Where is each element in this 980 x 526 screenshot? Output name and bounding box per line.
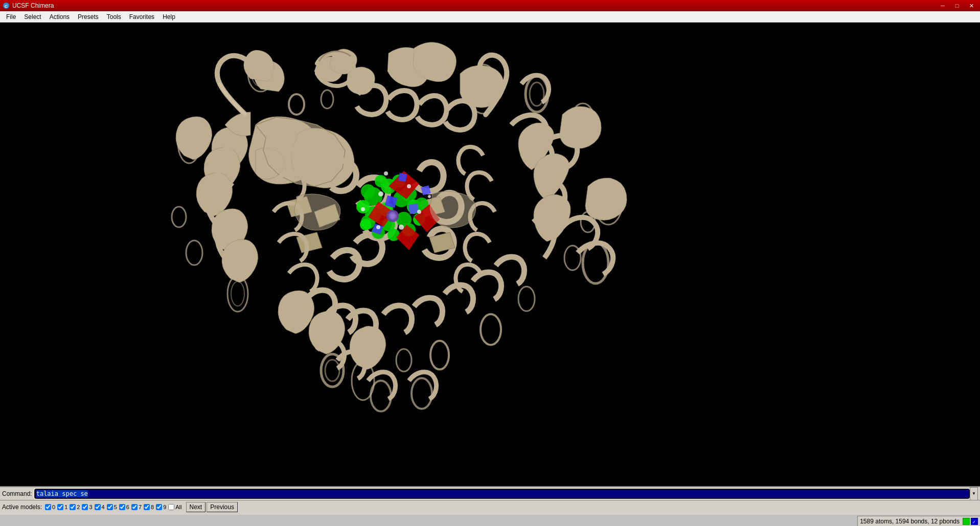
active-models-label: Active models: bbox=[2, 503, 42, 511]
svg-point-37 bbox=[356, 200, 370, 213]
status-bar: 1589 atoms, 1594 bonds, 12 pbonds ✓ bbox=[857, 516, 980, 526]
title-text: UCSF Chimera bbox=[12, 2, 54, 9]
viewport[interactable] bbox=[0, 23, 980, 486]
svg-point-53 bbox=[390, 213, 395, 218]
svg-point-56 bbox=[417, 210, 421, 214]
active-models-row: Active models: 0 1 2 3 4 5 6 7 8 bbox=[0, 500, 980, 514]
svg-point-59 bbox=[361, 207, 365, 211]
title-bar-controls: ─ □ ✕ bbox=[936, 1, 978, 10]
svg-point-54 bbox=[378, 191, 383, 196]
minimize-button[interactable]: ─ bbox=[936, 1, 949, 10]
svg-point-61 bbox=[428, 195, 431, 198]
menu-presets[interactable]: Presets bbox=[74, 12, 103, 21]
svg-text:✓: ✓ bbox=[972, 520, 976, 524]
status-icons: ✓ bbox=[963, 518, 978, 525]
svg-point-58 bbox=[376, 225, 380, 229]
close-button[interactable]: ✕ bbox=[965, 1, 978, 10]
next-button[interactable]: Next bbox=[186, 502, 206, 512]
menu-tools[interactable]: Tools bbox=[103, 12, 125, 21]
svg-point-45 bbox=[360, 219, 371, 230]
command-row: Command: ▼ bbox=[0, 487, 980, 500]
menu-select[interactable]: Select bbox=[20, 12, 45, 21]
app-icon: C bbox=[2, 2, 10, 10]
title-bar-left: C UCSF Chimera bbox=[2, 2, 54, 10]
menu-help[interactable]: Help bbox=[158, 12, 179, 21]
model-checkbox-6[interactable]: 6 bbox=[119, 504, 129, 510]
model-checkbox-7[interactable]: 7 bbox=[131, 504, 142, 510]
bottom-area: Command: ▼ Active models: 0 1 2 3 4 5 6 bbox=[0, 486, 980, 515]
svg-point-57 bbox=[399, 225, 404, 230]
menu-file[interactable]: File bbox=[2, 12, 20, 21]
status-text: 1589 atoms, 1594 bonds, 12 pbonds bbox=[860, 518, 960, 525]
menu-bar: File Select Actions Presets Tools Favori… bbox=[0, 11, 980, 23]
protein-visualization bbox=[0, 23, 980, 486]
model-checkbox-4[interactable]: 4 bbox=[95, 504, 105, 510]
model-checkbox-all[interactable]: All bbox=[168, 504, 181, 510]
model-checkbox-9[interactable]: 9 bbox=[156, 504, 166, 510]
green-status-icon bbox=[963, 518, 970, 525]
previous-button[interactable]: Previous bbox=[207, 502, 238, 512]
next-prev-group: Next Previous bbox=[186, 502, 238, 512]
menu-actions[interactable]: Actions bbox=[45, 12, 74, 21]
svg-rect-50 bbox=[398, 173, 407, 182]
blue-status-icon: ✓ bbox=[971, 518, 978, 525]
svg-point-60 bbox=[384, 171, 388, 176]
svg-point-39 bbox=[375, 175, 387, 187]
svg-point-55 bbox=[407, 184, 411, 188]
model-checkbox-2[interactable]: 2 bbox=[70, 504, 80, 510]
model-checkbox-0[interactable]: 0 bbox=[45, 504, 55, 510]
command-label: Command: bbox=[2, 490, 32, 497]
title-bar: C UCSF Chimera ─ □ ✕ bbox=[0, 0, 980, 11]
svg-point-38 bbox=[361, 184, 375, 199]
protein-canvas bbox=[0, 23, 980, 486]
svg-text:C: C bbox=[5, 4, 8, 9]
maximize-button[interactable]: □ bbox=[950, 1, 964, 10]
command-input[interactable] bbox=[34, 489, 970, 499]
menu-favorites[interactable]: Favorites bbox=[125, 12, 158, 21]
model-checkbox-1[interactable]: 1 bbox=[57, 504, 67, 510]
model-checkbox-5[interactable]: 5 bbox=[107, 504, 117, 510]
model-checkbox-8[interactable]: 8 bbox=[144, 504, 154, 510]
model-checkbox-3[interactable]: 3 bbox=[82, 504, 92, 510]
scroll-button[interactable]: ▼ bbox=[970, 487, 978, 500]
